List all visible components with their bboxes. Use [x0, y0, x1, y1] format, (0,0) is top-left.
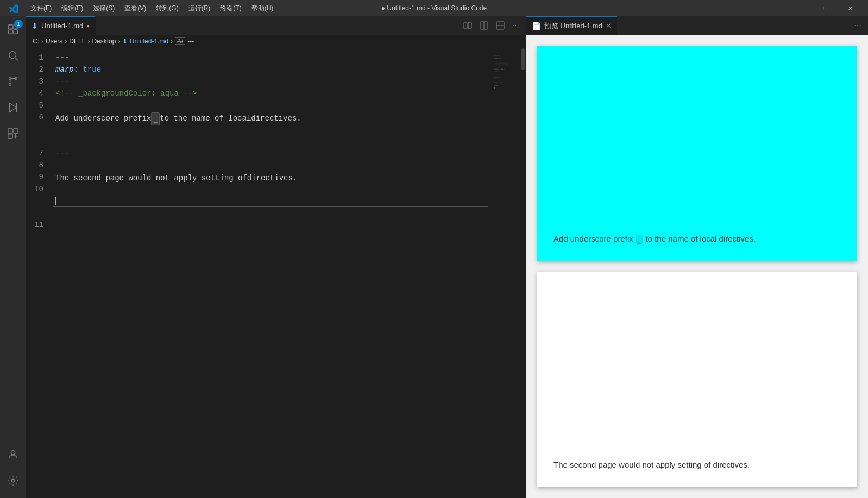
activity-icon-explorer[interactable]: 1	[0, 16, 26, 42]
breadcrumb-section-icon: ##	[175, 37, 185, 45]
code-line-1: ---	[53, 52, 488, 64]
menu-terminal[interactable]: 终端(T)	[216, 3, 246, 14]
minimap-content: ───── ●●●●●●● ───── ░░░░░░░░░░░░ ●●●●●●●…	[490, 52, 518, 92]
menu-run[interactable]: 运行(R)	[184, 3, 215, 14]
preview-content[interactable]: Add underscore prefix _ to the name of l…	[526, 35, 868, 498]
editor-scrollbar[interactable]	[520, 47, 526, 498]
code-editor[interactable]: --- marp: true --- <!-- _backgroundColor…	[53, 47, 488, 498]
editor-content: 1 2 3 4 5 6 7 8 9 10 11 --- marp: true -…	[26, 47, 526, 498]
activity-icon-settings[interactable]	[0, 468, 26, 494]
more-actions-button[interactable]: ···	[510, 18, 521, 33]
breadcrumb-users[interactable]: Users	[46, 37, 62, 45]
code-line-11	[53, 195, 488, 207]
activity-icon-source-control[interactable]	[0, 68, 26, 94]
editor-area: ⬇ Untitled-1.md ●	[26, 16, 526, 498]
scrollbar-thumb	[521, 48, 525, 70]
title-bar: 文件(F) 编辑(E) 选择(S) 查看(V) 转到(G) 运行(R) 终端(T…	[0, 0, 868, 16]
preview-tab-close-button[interactable]: ✕	[606, 22, 612, 30]
code-line-7	[53, 135, 488, 147]
menu-view[interactable]: 查看(V)	[120, 3, 150, 14]
main-area: 1	[0, 16, 868, 498]
close-button[interactable]: ✕	[838, 0, 863, 16]
menu-bar: 文件(F) 编辑(E) 选择(S) 查看(V) 转到(G) 运行(R) 终端(T…	[26, 3, 278, 14]
breadcrumb-desktop[interactable]: Desktop	[92, 37, 116, 45]
window-title: ● Untitled-1.md - Visual Studio Code	[381, 4, 487, 12]
code-line-4: <!-- _backgroundColor: aqua -->	[53, 87, 488, 99]
svg-point-15	[11, 479, 15, 482]
breadcrumb-dell[interactable]: DELL	[69, 37, 85, 45]
svg-rect-2	[9, 30, 12, 34]
maximize-button[interactable]: □	[813, 0, 838, 16]
layout-button[interactable]	[477, 19, 490, 32]
split-editor-button[interactable]	[461, 19, 474, 32]
tab-unsaved-dot: ●	[86, 23, 90, 29]
tab-label: Untitled-1.md	[41, 22, 83, 30]
minimap: ───── ●●●●●●● ───── ░░░░░░░░░░░░ ●●●●●●●…	[488, 47, 520, 498]
preview-slide-1: Add underscore prefix _ to the name of l…	[537, 46, 857, 261]
vscode-logo	[5, 0, 22, 16]
activity-icon-extensions[interactable]	[0, 121, 26, 147]
code-line-6: Add underscore prefix _ to the name of l…	[53, 111, 488, 135]
text-cursor	[55, 197, 56, 205]
svg-point-6	[9, 78, 11, 80]
preview-panel: 📄 预览 Untitled-1.md ✕ ··· Add underscore …	[526, 16, 868, 498]
editor-tab-bar: ⬇ Untitled-1.md ●	[26, 16, 526, 35]
tab-bar-actions: ···	[457, 16, 526, 35]
explorer-badge: 1	[14, 20, 23, 28]
code-line-10: The second page would not apply setting …	[53, 171, 488, 195]
preview-slide-1-text: Add underscore prefix _ to the name of l…	[537, 217, 772, 262]
line-numbers: 1 2 3 4 5 6 7 8 9 10 11	[26, 47, 53, 498]
svg-rect-13	[8, 134, 12, 138]
code-line-8: ---	[53, 147, 488, 159]
breadcrumb-file[interactable]: ⬇ Untitled-1.md	[122, 37, 168, 45]
preview-slide-2: The second page would not apply setting …	[537, 272, 857, 487]
preview-tab-bar: 📄 预览 Untitled-1.md ✕ ···	[526, 16, 868, 35]
svg-rect-17	[468, 22, 471, 29]
preview-tab-icon: 📄	[532, 22, 541, 30]
svg-marker-9	[10, 103, 17, 112]
svg-rect-3	[14, 30, 17, 34]
activity-icon-run[interactable]	[0, 94, 26, 121]
code-line-2: marp: true	[53, 64, 488, 75]
breadcrumb-c[interactable]: C:	[33, 37, 39, 45]
svg-point-4	[9, 52, 16, 59]
svg-rect-16	[464, 22, 467, 29]
activity-bar-bottom	[0, 442, 26, 498]
minimize-button[interactable]: —	[788, 0, 813, 16]
activity-icon-search[interactable]	[0, 42, 26, 68]
preview-tab-label: 预览 Untitled-1.md	[544, 21, 602, 31]
svg-rect-0	[9, 25, 12, 29]
activity-icon-account[interactable]	[0, 442, 26, 468]
menu-file[interactable]: 文件(F)	[26, 3, 56, 14]
preview-tab-actions: ···	[848, 16, 868, 35]
breadcrumb: C: › Users › DELL › Desktop › ⬇ Untitled…	[26, 35, 526, 47]
menu-edit[interactable]: 编辑(E)	[57, 3, 87, 14]
preview-slide-2-text: The second page would not apply setting …	[537, 443, 766, 488]
svg-point-8	[9, 84, 11, 86]
activity-bar: 1	[0, 16, 26, 498]
code-line-9	[53, 159, 488, 171]
toggle-panel-button[interactable]	[494, 19, 507, 32]
preview-tab[interactable]: 📄 预览 Untitled-1.md ✕	[526, 16, 617, 35]
menu-select[interactable]: 选择(S)	[89, 3, 119, 14]
menu-help[interactable]: 帮助(H)	[247, 3, 278, 14]
svg-line-5	[15, 58, 18, 60]
preview-underscore-code: _	[636, 235, 643, 243]
svg-point-14	[11, 451, 15, 455]
svg-rect-11	[8, 129, 12, 133]
editor-tab-untitled[interactable]: ⬇ Untitled-1.md ●	[26, 16, 96, 35]
svg-rect-12	[14, 129, 18, 133]
window-controls: — □ ✕	[788, 0, 863, 16]
code-line-3: ---	[53, 75, 488, 87]
menu-goto[interactable]: 转到(G)	[152, 3, 183, 14]
breadcrumb-section[interactable]: ---	[187, 37, 194, 45]
tab-file-icon: ⬇	[32, 22, 38, 30]
code-line-5	[53, 99, 488, 111]
title-bar-left: 文件(F) 编辑(E) 选择(S) 查看(V) 转到(G) 运行(R) 终端(T…	[5, 0, 278, 16]
preview-more-button[interactable]: ···	[852, 18, 864, 33]
